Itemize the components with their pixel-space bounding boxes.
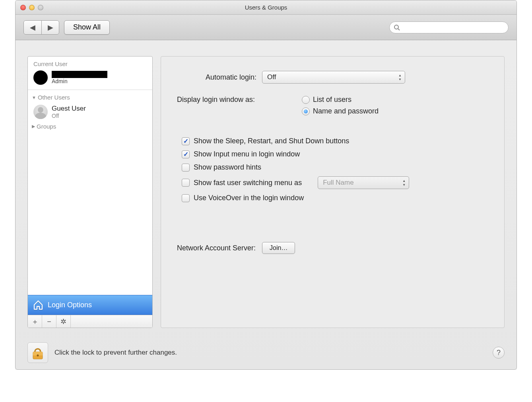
help-icon: ? bbox=[497, 349, 501, 357]
preferences-window: Users & Groups ◀ ▶ Show All Current User bbox=[15, 0, 517, 370]
sidebar-divider bbox=[28, 90, 152, 90]
guest-user-avatar bbox=[33, 105, 48, 119]
zoom-window-button[interactable] bbox=[38, 5, 43, 10]
login-options-button[interactable]: Login Options bbox=[28, 295, 152, 315]
svg-point-4 bbox=[37, 355, 39, 357]
content-body: Current User Admin ▼ Other Users Guest U… bbox=[16, 40, 516, 336]
current-user-meta: Admin bbox=[52, 71, 107, 84]
display-login-window-radio-group: List of users Name and password bbox=[302, 96, 379, 115]
groups-disclosure[interactable]: ▶ Groups bbox=[28, 121, 152, 131]
guest-user-name: Guest User bbox=[52, 105, 86, 113]
window-title: Users & Groups bbox=[16, 4, 516, 11]
chevron-right-icon: ▶ bbox=[48, 23, 53, 32]
checkbox-icon bbox=[182, 194, 190, 202]
search-icon bbox=[394, 24, 400, 31]
select-stepper-icon: ▲▼ bbox=[402, 179, 406, 187]
search-input[interactable] bbox=[402, 24, 504, 31]
radio-icon bbox=[302, 107, 310, 115]
chevron-left-icon: ◀ bbox=[30, 23, 35, 32]
login-options-label: Login Options bbox=[48, 301, 92, 309]
display-login-window-row: Display login window as: List of users N… bbox=[177, 96, 488, 115]
checkbox-icon bbox=[182, 164, 190, 172]
fast-user-switching-select: Full Name ▲▼ bbox=[318, 176, 409, 189]
search-field[interactable] bbox=[389, 21, 509, 33]
minus-icon: − bbox=[47, 318, 51, 326]
checkbox-icon bbox=[182, 137, 190, 145]
checkbox-show-sleep-restart[interactable]: Show the Sleep, Restart, and Shut Down b… bbox=[182, 137, 488, 145]
lock-text: Click the lock to prevent further change… bbox=[54, 349, 177, 357]
nav-back-forward: ◀ ▶ bbox=[23, 20, 59, 35]
current-user-section-label: Current User bbox=[28, 57, 152, 68]
svg-line-1 bbox=[398, 29, 400, 30]
checkbox-voiceover-label: Use VoiceOver in the login window bbox=[194, 194, 304, 202]
select-stepper-icon: ▲▼ bbox=[398, 74, 402, 81]
radio-name-and-password-label: Name and password bbox=[313, 107, 379, 115]
checkbox-show-input-menu[interactable]: Show Input menu in login window bbox=[182, 150, 488, 158]
unlocked-lock-icon bbox=[31, 345, 45, 361]
plus-icon: ＋ bbox=[31, 317, 39, 326]
checkbox-show-password-hints[interactable]: Show password hints bbox=[182, 163, 488, 172]
users-sidebar: Current User Admin ▼ Other Users Guest U… bbox=[27, 56, 153, 328]
other-users-label: Other Users bbox=[38, 94, 70, 101]
checkbox-icon bbox=[182, 150, 190, 158]
lock-button[interactable] bbox=[27, 342, 48, 363]
remove-user-button[interactable]: − bbox=[42, 315, 56, 328]
login-options-panel: Automatic login: Off ▲▼ Display login wi… bbox=[161, 56, 505, 328]
toolbar: ◀ ▶ Show All bbox=[16, 15, 516, 40]
show-all-button[interactable]: Show All bbox=[64, 20, 110, 35]
checkbox-icon bbox=[182, 179, 190, 187]
chevron-right-icon: ▶ bbox=[32, 124, 35, 129]
add-user-button[interactable]: ＋ bbox=[28, 315, 42, 328]
gear-icon: ✲ bbox=[60, 317, 66, 326]
network-account-server-label: Network Account Server: bbox=[177, 244, 256, 252]
checkbox-fast-user-switching-label: Show fast user switching menu as bbox=[194, 179, 302, 187]
traffic-lights bbox=[16, 5, 43, 10]
current-user-role: Admin bbox=[52, 78, 107, 84]
fast-user-switching-value: Full Name bbox=[323, 179, 353, 187]
checkbox-voiceover[interactable]: Use VoiceOver in the login window bbox=[182, 194, 488, 202]
checkbox-show-sleep-restart-label: Show the Sleep, Restart, and Shut Down b… bbox=[194, 137, 349, 145]
nav-forward-button[interactable]: ▶ bbox=[41, 21, 59, 34]
other-users-disclosure[interactable]: ▼ Other Users bbox=[28, 92, 152, 102]
join-button[interactable]: Join… bbox=[262, 242, 295, 254]
groups-label: Groups bbox=[37, 123, 56, 130]
chevron-down-icon: ▼ bbox=[32, 95, 36, 100]
footer: Click the lock to prevent further change… bbox=[16, 336, 516, 369]
checkbox-fast-user-switching[interactable]: Show fast user switching menu as Full Na… bbox=[182, 176, 488, 189]
radio-list-of-users-label: List of users bbox=[313, 96, 351, 104]
current-user-avatar bbox=[33, 70, 48, 85]
guest-user-row[interactable]: Guest User Off bbox=[28, 102, 152, 121]
titlebar: Users & Groups bbox=[16, 0, 516, 15]
minimize-window-button[interactable] bbox=[29, 5, 35, 10]
display-login-window-label: Display login window as: bbox=[177, 96, 296, 104]
current-user-name-redacted bbox=[52, 71, 107, 78]
svg-point-0 bbox=[394, 25, 398, 29]
automatic-login-label: Automatic login: bbox=[177, 73, 256, 82]
automatic-login-value: Off bbox=[267, 73, 276, 81]
checkbox-show-password-hints-label: Show password hints bbox=[194, 163, 261, 172]
radio-list-of-users[interactable]: List of users bbox=[302, 96, 379, 104]
help-button[interactable]: ? bbox=[493, 347, 505, 359]
radio-icon bbox=[302, 96, 310, 104]
automatic-login-select[interactable]: Off ▲▼ bbox=[262, 71, 405, 84]
guest-user-meta: Guest User Off bbox=[52, 105, 86, 119]
radio-name-and-password[interactable]: Name and password bbox=[302, 107, 379, 115]
network-account-server-row: Network Account Server: Join… bbox=[177, 242, 488, 254]
close-window-button[interactable] bbox=[20, 5, 26, 10]
checkbox-show-input-menu-label: Show Input menu in login window bbox=[194, 150, 300, 158]
sidebar-actions: ＋ − ✲ bbox=[28, 315, 152, 328]
action-menu-button[interactable]: ✲ bbox=[56, 315, 71, 328]
current-user-row[interactable]: Admin bbox=[28, 68, 152, 87]
guest-user-status: Off bbox=[52, 113, 86, 119]
automatic-login-row: Automatic login: Off ▲▼ bbox=[177, 71, 488, 84]
nav-back-button[interactable]: ◀ bbox=[24, 21, 41, 34]
house-icon bbox=[33, 299, 44, 310]
